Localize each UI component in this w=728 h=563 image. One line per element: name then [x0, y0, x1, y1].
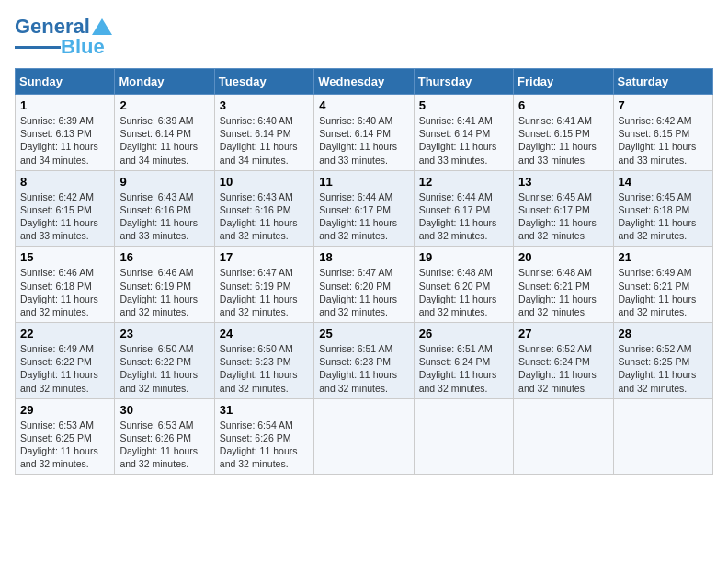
calendar-table: SundayMondayTuesdayWednesdayThursdayFrid… — [15, 68, 713, 475]
day-number: 7 — [619, 98, 708, 112]
day-info: Sunrise: 6:47 AM Sunset: 6:20 PM Dayligh… — [319, 266, 408, 318]
calendar-cell: 3 Sunrise: 6:40 AM Sunset: 6:14 PM Dayli… — [214, 95, 313, 171]
day-number: 12 — [419, 175, 508, 189]
logo: General Blue — [15, 15, 112, 59]
day-number: 15 — [20, 250, 109, 264]
day-info: Sunrise: 6:48 AM Sunset: 6:20 PM Dayligh… — [419, 266, 508, 318]
day-number: 28 — [619, 327, 708, 340]
day-number: 27 — [518, 327, 608, 340]
day-info: Sunrise: 6:49 AM Sunset: 6:22 PM Dayligh… — [20, 342, 109, 395]
calendar-cell: 26 Sunrise: 6:51 AM Sunset: 6:24 PM Dayl… — [414, 323, 513, 399]
day-info: Sunrise: 6:51 AM Sunset: 6:23 PM Dayligh… — [319, 342, 408, 395]
calendar-cell: 7 Sunrise: 6:42 AM Sunset: 6:15 PM Dayli… — [613, 95, 712, 171]
day-info: Sunrise: 6:52 AM Sunset: 6:25 PM Dayligh… — [619, 342, 708, 395]
day-info: Sunrise: 6:43 AM Sunset: 6:16 PM Dayligh… — [220, 190, 309, 243]
day-info: Sunrise: 6:51 AM Sunset: 6:24 PM Dayligh… — [419, 342, 508, 395]
day-number: 22 — [20, 327, 109, 340]
day-info: Sunrise: 6:39 AM Sunset: 6:14 PM Dayligh… — [119, 114, 209, 167]
day-number: 10 — [220, 175, 309, 189]
day-number: 26 — [419, 327, 508, 340]
day-info: Sunrise: 6:42 AM Sunset: 6:15 PM Dayligh… — [619, 114, 708, 167]
calendar-cell: 20 Sunrise: 6:48 AM Sunset: 6:21 PM Dayl… — [514, 247, 613, 323]
day-info: Sunrise: 6:47 AM Sunset: 6:19 PM Dayligh… — [220, 266, 309, 318]
calendar-week-row: 29 Sunrise: 6:53 AM Sunset: 6:25 PM Dayl… — [16, 398, 713, 475]
day-number: 14 — [619, 175, 708, 189]
day-info: Sunrise: 6:54 AM Sunset: 6:26 PM Dayligh… — [220, 419, 309, 471]
day-number: 23 — [119, 327, 209, 340]
day-info: Sunrise: 6:50 AM Sunset: 6:22 PM Dayligh… — [119, 342, 209, 395]
calendar-cell: 29 Sunrise: 6:53 AM Sunset: 6:25 PM Dayl… — [16, 398, 115, 475]
day-number: 30 — [119, 403, 209, 417]
weekday-header: Tuesday — [214, 69, 313, 95]
day-info: Sunrise: 6:39 AM Sunset: 6:13 PM Dayligh… — [20, 114, 109, 167]
calendar-cell: 2 Sunrise: 6:39 AM Sunset: 6:14 PM Dayli… — [115, 95, 214, 171]
day-info: Sunrise: 6:45 AM Sunset: 6:18 PM Dayligh… — [619, 190, 708, 243]
day-info: Sunrise: 6:48 AM Sunset: 6:21 PM Dayligh… — [518, 266, 608, 318]
calendar-cell: 27 Sunrise: 6:52 AM Sunset: 6:24 PM Dayl… — [514, 323, 613, 399]
day-number: 5 — [419, 98, 508, 112]
weekday-header: Wednesday — [314, 69, 414, 95]
day-info: Sunrise: 6:46 AM Sunset: 6:19 PM Dayligh… — [119, 266, 209, 318]
day-number: 4 — [319, 98, 408, 112]
day-number: 31 — [220, 403, 309, 417]
calendar-cell: 31 Sunrise: 6:54 AM Sunset: 6:26 PM Dayl… — [214, 398, 313, 475]
calendar-cell: 5 Sunrise: 6:41 AM Sunset: 6:14 PM Dayli… — [414, 95, 513, 171]
calendar-cell: 22 Sunrise: 6:49 AM Sunset: 6:22 PM Dayl… — [16, 323, 115, 399]
logo-blue: Blue — [61, 35, 105, 59]
weekday-header: Friday — [514, 69, 613, 95]
svg-marker-0 — [92, 18, 112, 35]
day-info: Sunrise: 6:40 AM Sunset: 6:14 PM Dayligh… — [220, 114, 309, 167]
day-info: Sunrise: 6:41 AM Sunset: 6:15 PM Dayligh… — [518, 114, 608, 167]
day-info: Sunrise: 6:53 AM Sunset: 6:26 PM Dayligh… — [119, 419, 209, 471]
day-number: 3 — [220, 98, 309, 112]
day-number: 17 — [220, 250, 309, 264]
day-info: Sunrise: 6:53 AM Sunset: 6:25 PM Dayligh… — [20, 419, 109, 471]
calendar-cell: 21 Sunrise: 6:49 AM Sunset: 6:21 PM Dayl… — [613, 247, 712, 323]
day-number: 11 — [319, 175, 408, 189]
calendar-week-row: 8 Sunrise: 6:42 AM Sunset: 6:15 PM Dayli… — [16, 170, 713, 247]
day-number: 20 — [518, 250, 608, 264]
calendar-cell: 28 Sunrise: 6:52 AM Sunset: 6:25 PM Dayl… — [613, 323, 712, 399]
day-info: Sunrise: 6:44 AM Sunset: 6:17 PM Dayligh… — [419, 190, 508, 243]
calendar-cell: 6 Sunrise: 6:41 AM Sunset: 6:15 PM Dayli… — [514, 95, 613, 171]
calendar-cell: 16 Sunrise: 6:46 AM Sunset: 6:19 PM Dayl… — [115, 247, 214, 323]
calendar-cell: 12 Sunrise: 6:44 AM Sunset: 6:17 PM Dayl… — [414, 170, 513, 247]
calendar-cell: 23 Sunrise: 6:50 AM Sunset: 6:22 PM Dayl… — [115, 323, 214, 399]
logo-icon — [92, 17, 112, 37]
day-number: 18 — [319, 250, 408, 264]
day-info: Sunrise: 6:41 AM Sunset: 6:14 PM Dayligh… — [419, 114, 508, 167]
calendar-cell: 30 Sunrise: 6:53 AM Sunset: 6:26 PM Dayl… — [115, 398, 214, 475]
day-number: 29 — [20, 403, 109, 417]
day-number: 19 — [419, 250, 508, 264]
calendar-cell: 18 Sunrise: 6:47 AM Sunset: 6:20 PM Dayl… — [314, 247, 414, 323]
calendar-cell: 15 Sunrise: 6:46 AM Sunset: 6:18 PM Dayl… — [16, 247, 115, 323]
calendar-cell — [514, 398, 613, 475]
calendar-cell — [613, 398, 712, 475]
calendar-cell: 19 Sunrise: 6:48 AM Sunset: 6:20 PM Dayl… — [414, 247, 513, 323]
calendar-cell — [314, 398, 414, 475]
calendar-cell — [414, 398, 513, 475]
calendar-cell: 17 Sunrise: 6:47 AM Sunset: 6:19 PM Dayl… — [214, 247, 313, 323]
calendar-cell: 1 Sunrise: 6:39 AM Sunset: 6:13 PM Dayli… — [16, 95, 115, 171]
day-info: Sunrise: 6:49 AM Sunset: 6:21 PM Dayligh… — [619, 266, 708, 318]
calendar-cell: 9 Sunrise: 6:43 AM Sunset: 6:16 PM Dayli… — [115, 170, 214, 247]
day-number: 6 — [518, 98, 608, 112]
day-info: Sunrise: 6:52 AM Sunset: 6:24 PM Dayligh… — [518, 342, 608, 395]
day-number: 25 — [319, 327, 408, 340]
day-number: 1 — [20, 98, 109, 112]
day-number: 2 — [119, 98, 209, 112]
calendar-week-row: 22 Sunrise: 6:49 AM Sunset: 6:22 PM Dayl… — [16, 323, 713, 399]
day-info: Sunrise: 6:44 AM Sunset: 6:17 PM Dayligh… — [319, 190, 408, 243]
day-number: 9 — [119, 175, 209, 189]
day-info: Sunrise: 6:46 AM Sunset: 6:18 PM Dayligh… — [20, 266, 109, 318]
calendar-cell: 25 Sunrise: 6:51 AM Sunset: 6:23 PM Dayl… — [314, 323, 414, 399]
day-number: 8 — [20, 175, 109, 189]
weekday-header: Thursday — [414, 69, 513, 95]
calendar-cell: 14 Sunrise: 6:45 AM Sunset: 6:18 PM Dayl… — [613, 170, 712, 247]
weekday-header: Sunday — [16, 69, 115, 95]
weekday-header: Monday — [115, 69, 214, 95]
calendar-cell: 4 Sunrise: 6:40 AM Sunset: 6:14 PM Dayli… — [314, 95, 414, 171]
calendar-header-row: SundayMondayTuesdayWednesdayThursdayFrid… — [16, 69, 713, 95]
day-info: Sunrise: 6:50 AM Sunset: 6:23 PM Dayligh… — [220, 342, 309, 395]
calendar-cell: 8 Sunrise: 6:42 AM Sunset: 6:15 PM Dayli… — [16, 170, 115, 247]
